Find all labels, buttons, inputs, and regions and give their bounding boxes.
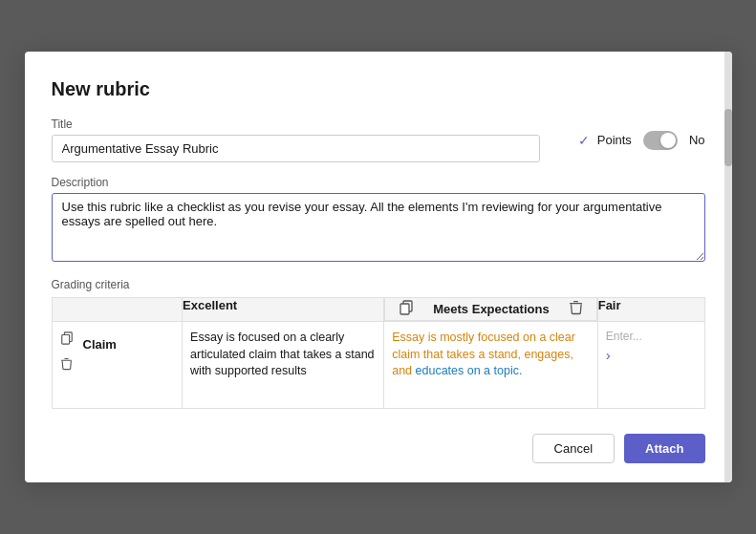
scrollbar-track[interactable] <box>724 52 732 483</box>
delete-column-btn[interactable] <box>567 298 585 320</box>
description-input[interactable]: Use this rubric like a checklist as you … <box>52 193 705 262</box>
criterion-copy-btn[interactable] <box>58 330 76 350</box>
svg-rect-5 <box>61 335 69 345</box>
toggle-no-label: No <box>689 133 705 147</box>
fair-arrow-icon: › <box>606 347 611 363</box>
fair-cell: Enter... › <box>597 322 704 409</box>
scrollbar-thumb[interactable] <box>724 109 732 166</box>
criterion-inner: Claim <box>53 322 183 383</box>
title-label: Title <box>52 117 540 131</box>
form-top-row: Title ✓ Points No <box>52 117 705 162</box>
svg-rect-7 <box>64 358 68 359</box>
meets-text: Essay is mostly focused on a clear claim… <box>384 322 597 408</box>
description-section: Description Use this rubric like a check… <box>52 176 705 265</box>
modal-title: New rubric <box>52 78 705 100</box>
svg-rect-6 <box>60 360 71 361</box>
col-meets-header: Meets Expectations <box>384 297 597 321</box>
attach-button[interactable]: Attach <box>624 434 704 463</box>
points-toggle[interactable] <box>643 131 678 150</box>
points-label: Points <box>597 133 632 147</box>
fair-placeholder-text: Enter... › <box>598 322 704 408</box>
svg-rect-3 <box>573 301 578 302</box>
rubric-modal: New rubric Title ✓ Points No Description… <box>25 52 732 483</box>
table-row: Claim Essay is focused on a clearly arti… <box>52 322 704 409</box>
points-checkmark: ✓ <box>578 133 590 148</box>
criterion-name: Claim <box>79 330 124 359</box>
rubric-table: Excellent Meets Expectations <box>52 297 705 410</box>
description-label: Description <box>52 176 705 189</box>
meets-cell: Essay is mostly focused on a clear claim… <box>384 322 598 409</box>
points-section: ✓ Points No <box>578 131 705 150</box>
criterion-delete-btn[interactable] <box>58 355 75 375</box>
excellent-text: Essay is focused on a clearly articulate… <box>183 322 383 408</box>
grading-section: Grading criteria Excellent <box>52 278 705 410</box>
criterion-icons <box>58 330 76 375</box>
form-left: Title <box>52 117 540 162</box>
svg-rect-1 <box>400 304 409 314</box>
col-excellent-header: Excellent <box>183 297 384 322</box>
grading-label: Grading criteria <box>52 278 705 291</box>
toggle-track <box>643 131 678 150</box>
cancel-button[interactable]: Cancel <box>532 434 615 463</box>
col-fair-header: Fair <box>597 297 704 322</box>
toggle-thumb <box>660 133 676 148</box>
excellent-cell: Essay is focused on a clearly articulate… <box>183 322 384 409</box>
col-criterion-header <box>52 297 183 322</box>
copy-column-btn[interactable] <box>397 298 416 320</box>
criterion-cell: Claim <box>52 322 183 409</box>
title-input[interactable] <box>52 135 540 162</box>
modal-overlay: New rubric Title ✓ Points No Description… <box>0 0 756 534</box>
meets-expectations-label: Meets Expectations <box>433 302 549 316</box>
svg-rect-2 <box>570 303 582 304</box>
modal-footer: Cancel Attach <box>52 424 705 463</box>
